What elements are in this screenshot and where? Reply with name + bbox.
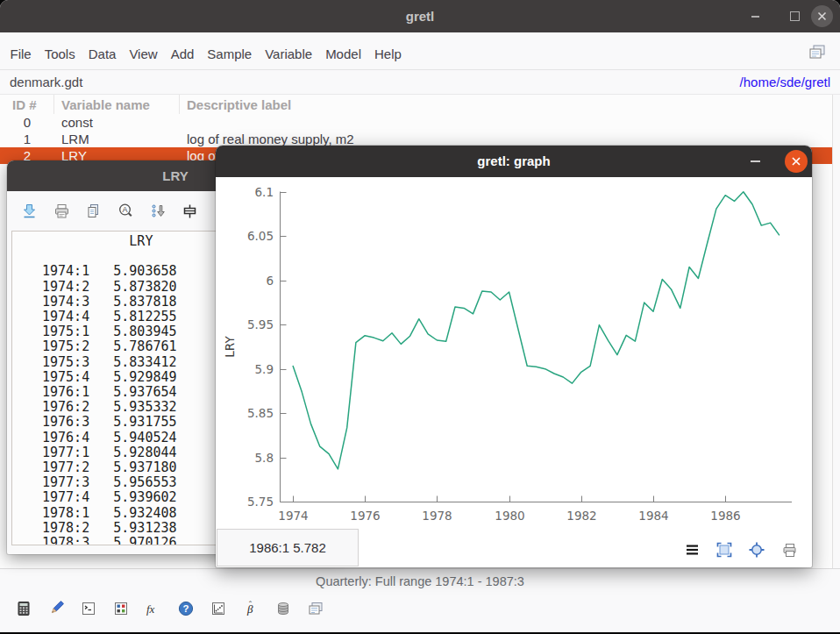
table-row-const[interactable]: 0const [0,114,840,131]
windows-icon[interactable] [299,595,331,622]
graph-close-icon[interactable] [785,150,808,173]
svg-text:1980: 1980 [495,509,524,523]
main-titlebar[interactable]: gretl [0,0,840,32]
svg-text:1982: 1982 [566,509,596,523]
zoom-region-icon[interactable] [715,540,734,559]
column-header-name[interactable]: Variable name [54,95,180,114]
graph-window-title: gretl: graph [216,146,812,177]
svg-text:6.1: 6.1 [255,185,274,199]
svg-text:5.75: 5.75 [247,495,274,509]
plot-icon[interactable] [202,595,234,622]
menu-file[interactable]: File [4,46,38,61]
menu-variable[interactable]: Variable [259,46,319,61]
pan-icon[interactable] [747,540,766,559]
svg-text:6: 6 [266,274,274,288]
graph-print-icon[interactable] [779,540,799,559]
main-toolbar: fx ? β ˆ [7,595,331,622]
model-beta-icon[interactable]: β ˆ [234,595,267,622]
main-window-title: gretl [0,0,840,32]
svg-text:1976: 1976 [350,509,380,523]
svg-text:1986: 1986 [710,509,740,523]
sample-status-label: Quarterly: Full range 1974:1 - 1987:3 [0,574,840,588]
svg-text:1974: 1974 [278,509,308,523]
datafile-label: denmark.gdt [10,75,82,89]
menu-help[interactable]: Help [367,46,408,61]
minimize-icon[interactable] [744,0,765,32]
column-header-label[interactable]: Descriptive label [180,95,840,114]
table-header: ID # Variable name Descriptive label [0,95,840,114]
graph-titlebar[interactable]: gretl: graph [216,146,812,177]
script-pencil-icon[interactable] [39,595,72,622]
svg-text:fx: fx [146,602,155,616]
working-directory-link[interactable]: /home/sde/gretl [740,75,830,89]
svg-text:5.8: 5.8 [255,451,274,465]
menu-sample[interactable]: Sample [201,46,259,61]
help-icon[interactable]: ? [169,595,202,622]
close-icon[interactable] [810,0,834,32]
reformat-icon[interactable] [182,203,214,220]
svg-text:?: ? [182,603,189,614]
graph-menu-icon[interactable] [682,540,701,559]
graph-position-readout: 1986:1 5.782 [217,529,359,566]
svg-text:LRY: LRY [223,336,237,358]
column-header-id[interactable]: ID # [0,95,54,114]
svg-text:5.9: 5.9 [255,362,274,376]
print-icon[interactable] [53,203,86,220]
svg-text:5.85: 5.85 [247,406,274,420]
maximize-icon[interactable] [784,0,805,32]
menu-add[interactable]: Add [164,46,201,61]
menu-data[interactable]: Data [82,46,123,61]
copy-icon[interactable] [85,203,117,220]
status-separator [0,568,840,569]
svg-text:5.95: 5.95 [247,317,274,331]
find-icon[interactable]: A [117,203,150,220]
menu-model[interactable]: Model [319,46,368,61]
table-scrollbar[interactable] [832,95,840,568]
session-icons-icon[interactable] [104,595,137,622]
path-row: denmark.gdt /home/sde/gretl [0,71,840,93]
svg-text:1984: 1984 [638,509,668,523]
database-icon[interactable] [267,595,299,622]
menu-tools[interactable]: Tools [38,46,82,61]
calculator-icon[interactable] [7,595,39,622]
sort-icon[interactable] [150,203,182,220]
windows-list-icon[interactable] [808,44,827,65]
menu-view[interactable]: View [123,46,164,61]
svg-text:1978: 1978 [422,509,452,523]
save-icon[interactable] [21,203,53,220]
graph-window: gretl: graph 5.755.85.855.95.9566.056.11… [216,146,812,567]
svg-text:ˆ: ˆ [249,601,252,609]
function-fx-icon[interactable]: fx [137,595,169,622]
graph-minimize-icon[interactable] [744,146,765,177]
svg-text:6.05: 6.05 [247,229,274,243]
svg-text:A: A [122,205,127,214]
menubar: FileToolsDataViewAddSampleVariableModelH… [0,32,840,70]
lry-time-series-plot[interactable]: 5.755.85.855.95.9566.056.119741976197819… [216,177,812,530]
console-icon[interactable] [72,595,104,622]
